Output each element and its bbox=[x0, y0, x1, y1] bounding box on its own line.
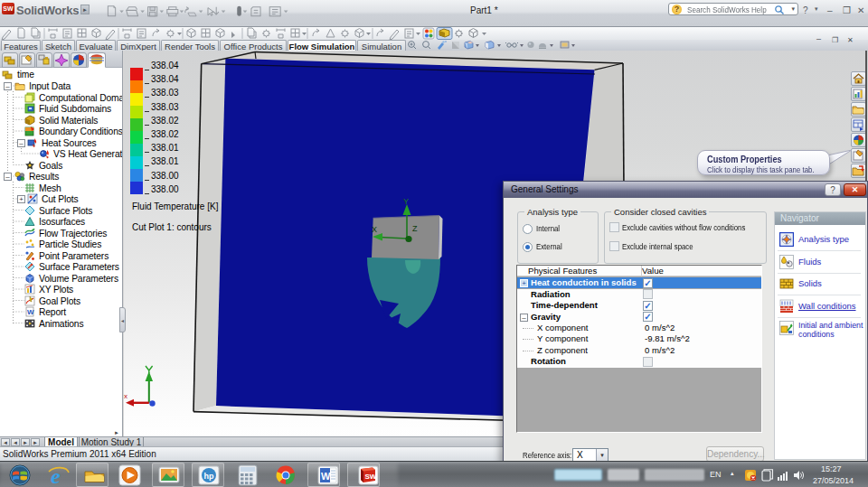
svg-text:W: W bbox=[321, 471, 331, 482]
svg-text:X: X bbox=[372, 225, 377, 234]
svg-text:SW: SW bbox=[365, 473, 377, 481]
svg-text:hp: hp bbox=[204, 472, 214, 481]
svg-text:Z: Z bbox=[412, 224, 418, 233]
svg-text:W: W bbox=[27, 308, 34, 316]
svg-text:x: x bbox=[124, 392, 127, 400]
svg-text:Y: Y bbox=[403, 197, 409, 206]
